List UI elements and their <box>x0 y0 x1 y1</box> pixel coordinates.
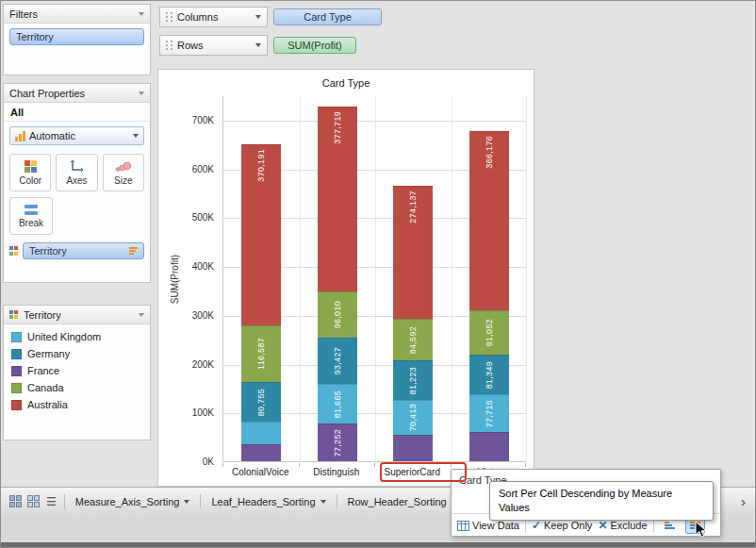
filters-panel-header[interactable]: Filters <box>4 5 150 24</box>
sort-ascending-icon <box>665 522 675 529</box>
new-worksheet-icon[interactable] <box>27 495 40 507</box>
segment-germany[interactable]: 81,349 <box>469 355 509 394</box>
worksheet-grid-icon[interactable] <box>9 495 22 507</box>
rows-pill-sum-profit[interactable]: SUM(Profit) <box>273 37 356 54</box>
menu-icon[interactable]: ☰ <box>46 495 57 508</box>
segment-value-label: 96,010 <box>333 301 342 328</box>
legend-item[interactable]: United Kingdom <box>4 328 150 345</box>
segment-united-kingdom[interactable] <box>241 422 281 444</box>
x-tick <box>525 463 526 467</box>
legend-panel-header[interactable]: Territory <box>4 306 150 324</box>
segment-value-label: 84,592 <box>408 326 418 354</box>
segment-value-label: 77,715 <box>485 400 494 427</box>
chevron-down-icon[interactable] <box>255 15 261 19</box>
legend-item[interactable]: Canada <box>4 379 150 396</box>
x-tick <box>374 463 375 467</box>
bar-colonialvoice[interactable]: 80,755116,587370,191 <box>241 96 281 461</box>
x-tick <box>299 463 300 467</box>
segment-australia[interactable]: 370,191 <box>241 144 281 325</box>
legend-label: Australia <box>27 399 68 410</box>
axes-button[interactable]: Axes <box>56 154 97 191</box>
tab-row-header-sorting[interactable]: Row_Header_Sorting <box>341 492 464 511</box>
segment-united-kingdom[interactable]: 77,715 <box>469 394 509 432</box>
view-data-button[interactable]: View Data <box>457 520 519 531</box>
legend-item[interactable]: France <box>4 362 150 379</box>
columns-pill-card-type[interactable]: Card Type <box>273 8 382 25</box>
collapse-icon[interactable] <box>139 313 144 317</box>
chevron-down-icon[interactable] <box>184 500 189 504</box>
y-tick-label: 400K <box>181 261 214 272</box>
chevron-down-icon[interactable] <box>255 43 261 47</box>
x-axis-label-colonialvoice[interactable]: ColonialVoice <box>222 467 299 477</box>
chevron-down-icon <box>133 134 139 138</box>
tab-label: Row_Header_Sorting <box>348 496 447 507</box>
chart-panel: Card Type SUM(Profit) 0K100K200K300K400K… <box>157 69 534 487</box>
x-axis-label-distinguish[interactable]: Distinguish <box>299 467 375 477</box>
segment-united-kingdom[interactable]: 81,665 <box>318 384 357 423</box>
legend-label: Germany <box>27 348 70 359</box>
segment-canada[interactable]: 91,052 <box>469 310 509 355</box>
tab-leaf-headers-sorting[interactable]: Leaf_Headers_Sorting <box>205 492 332 511</box>
segment-united-kingdom[interactable]: 70,413 <box>393 400 433 434</box>
collapse-icon[interactable] <box>139 12 144 16</box>
segment-canada[interactable]: 116,587 <box>241 325 281 382</box>
y-tick-label: 300K <box>181 310 214 321</box>
segment-france[interactable]: 77,252 <box>318 423 357 461</box>
grip-icon <box>166 41 173 50</box>
legend-swatch <box>11 332 22 342</box>
segment-value-label: 81,223 <box>408 367 418 394</box>
filters-panel: Filters Territory <box>3 4 151 75</box>
chart-type-dropdown[interactable]: Automatic <box>9 126 144 145</box>
segment-germany[interactable]: 80,755 <box>241 382 281 422</box>
columns-shelf[interactable]: Columns <box>159 7 268 27</box>
grip-icon <box>166 12 173 22</box>
break-button[interactable]: Break <box>9 197 53 235</box>
segment-canada[interactable]: 96,010 <box>318 291 357 339</box>
collapse-icon[interactable] <box>139 91 144 95</box>
segment-value-label: 93,427 <box>333 347 342 374</box>
legend-swatch <box>11 366 22 376</box>
sort-indicator-icon[interactable] <box>129 247 138 255</box>
segment-france[interactable] <box>393 435 433 461</box>
segment-france[interactable] <box>241 444 281 461</box>
segment-value-label: 377,719 <box>333 111 342 144</box>
legend-item[interactable]: Australia <box>4 396 150 413</box>
territory-field-pill[interactable]: Territory <box>23 242 144 259</box>
size-button[interactable]: Size <box>103 154 144 191</box>
segment-germany[interactable]: 93,427 <box>318 338 357 383</box>
chevron-down-icon[interactable] <box>320 500 326 504</box>
divider <box>200 494 201 509</box>
legend-swatch <box>11 349 22 359</box>
divider <box>525 519 526 532</box>
segment-australia[interactable]: 366,176 <box>469 131 509 309</box>
chart-title: Card Type <box>158 77 534 89</box>
color-button[interactable]: Color <box>9 154 51 191</box>
segment-france[interactable] <box>469 432 509 461</box>
bar-vista[interactable]: 77,71581,34991,052366,176 <box>469 96 509 461</box>
keep-only-button[interactable]: ✓ Keep Only <box>532 519 592 532</box>
plot-area: 80,755116,587370,19177,25281,66593,42796… <box>222 96 526 462</box>
axes-icon <box>70 159 84 173</box>
legend-label: France <box>27 365 59 376</box>
chart-type-value: Automatic <box>29 130 75 141</box>
next-tab-button[interactable]: › <box>735 493 751 509</box>
y-axis-title: SUM(Profit) <box>168 96 181 462</box>
segment-australia[interactable]: 274,137 <box>393 186 433 320</box>
bar-distinguish[interactable]: 77,25281,66593,42796,010377,719 <box>318 96 357 461</box>
bar-superiorcard[interactable]: 70,41381,22384,592274,137 <box>393 96 433 461</box>
segment-germany[interactable]: 81,223 <box>393 360 433 400</box>
filter-pill-territory[interactable]: Territory <box>9 28 144 45</box>
segment-value-label: 370,191 <box>256 149 266 182</box>
segment-australia[interactable]: 377,719 <box>318 107 357 291</box>
chart-properties-header[interactable]: Chart Properties <box>4 84 150 103</box>
column-separator <box>452 96 452 461</box>
exclude-button[interactable]: ✕ Exclude <box>598 519 647 532</box>
axes-button-label: Axes <box>66 175 87 186</box>
segment-value-label: 274,137 <box>408 191 418 224</box>
x-tick <box>222 463 223 467</box>
legend-item[interactable]: Germany <box>4 345 150 362</box>
rows-shelf[interactable]: Rows <box>159 35 268 56</box>
chart-properties-title: Chart Properties <box>9 88 85 99</box>
segment-canada[interactable]: 84,592 <box>393 319 433 360</box>
tab-measure-axis-sorting[interactable]: Measure_Axis_Sorting <box>69 492 197 511</box>
